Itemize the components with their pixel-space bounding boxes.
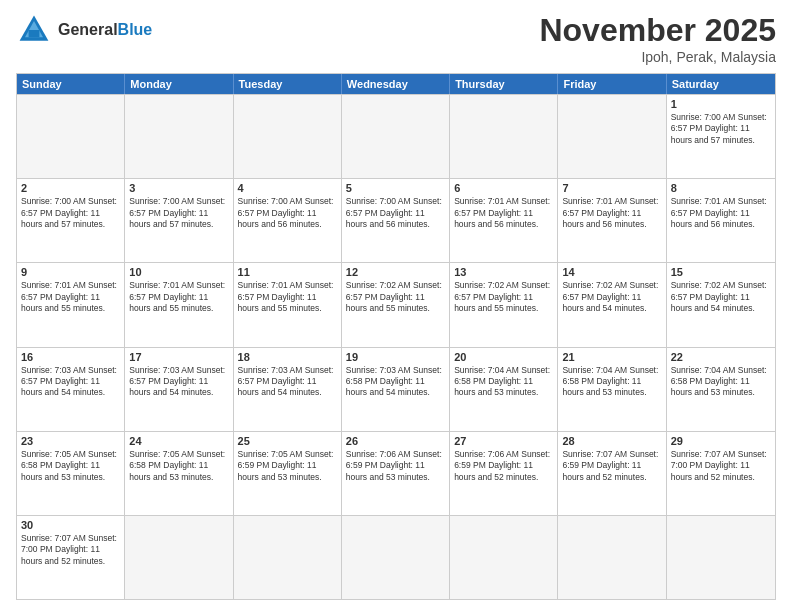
weekday-header: Friday bbox=[558, 74, 666, 94]
calendar-cell: 12Sunrise: 7:02 AM Sunset: 6:57 PM Dayli… bbox=[342, 263, 450, 346]
day-number: 5 bbox=[346, 182, 445, 194]
day-number: 3 bbox=[129, 182, 228, 194]
calendar-cell: 27Sunrise: 7:06 AM Sunset: 6:59 PM Dayli… bbox=[450, 432, 558, 515]
weekday-header: Sunday bbox=[17, 74, 125, 94]
calendar-cell: 24Sunrise: 7:05 AM Sunset: 6:58 PM Dayli… bbox=[125, 432, 233, 515]
logo-text: GeneralBlue bbox=[58, 21, 152, 39]
month-title: November 2025 bbox=[539, 12, 776, 49]
day-number: 8 bbox=[671, 182, 771, 194]
day-number: 11 bbox=[238, 266, 337, 278]
day-number: 7 bbox=[562, 182, 661, 194]
day-content: Sunrise: 7:02 AM Sunset: 6:57 PM Dayligh… bbox=[454, 280, 553, 314]
day-number: 2 bbox=[21, 182, 120, 194]
calendar-cell: 19Sunrise: 7:03 AM Sunset: 6:58 PM Dayli… bbox=[342, 348, 450, 431]
calendar-cell: 26Sunrise: 7:06 AM Sunset: 6:59 PM Dayli… bbox=[342, 432, 450, 515]
day-number: 30 bbox=[21, 519, 120, 531]
calendar-cell: 17Sunrise: 7:03 AM Sunset: 6:57 PM Dayli… bbox=[125, 348, 233, 431]
page: GeneralBlue November 2025 Ipoh, Perak, M… bbox=[0, 0, 792, 612]
day-content: Sunrise: 7:00 AM Sunset: 6:57 PM Dayligh… bbox=[671, 112, 771, 146]
day-content: Sunrise: 7:05 AM Sunset: 6:58 PM Dayligh… bbox=[21, 449, 120, 483]
calendar-cell bbox=[667, 516, 775, 599]
calendar-header: SundayMondayTuesdayWednesdayThursdayFrid… bbox=[17, 74, 775, 94]
day-content: Sunrise: 7:01 AM Sunset: 6:57 PM Dayligh… bbox=[21, 280, 120, 314]
calendar-cell: 20Sunrise: 7:04 AM Sunset: 6:58 PM Dayli… bbox=[450, 348, 558, 431]
day-content: Sunrise: 7:02 AM Sunset: 6:57 PM Dayligh… bbox=[346, 280, 445, 314]
day-content: Sunrise: 7:02 AM Sunset: 6:57 PM Dayligh… bbox=[562, 280, 661, 314]
day-content: Sunrise: 7:03 AM Sunset: 6:57 PM Dayligh… bbox=[129, 365, 228, 399]
day-number: 16 bbox=[21, 351, 120, 363]
day-number: 29 bbox=[671, 435, 771, 447]
calendar-cell: 7Sunrise: 7:01 AM Sunset: 6:57 PM Daylig… bbox=[558, 179, 666, 262]
calendar-cell: 13Sunrise: 7:02 AM Sunset: 6:57 PM Dayli… bbox=[450, 263, 558, 346]
calendar-cell: 23Sunrise: 7:05 AM Sunset: 6:58 PM Dayli… bbox=[17, 432, 125, 515]
location: Ipoh, Perak, Malaysia bbox=[539, 49, 776, 65]
day-number: 17 bbox=[129, 351, 228, 363]
day-content: Sunrise: 7:01 AM Sunset: 6:57 PM Dayligh… bbox=[562, 196, 661, 230]
title-block: November 2025 Ipoh, Perak, Malaysia bbox=[539, 12, 776, 65]
calendar-cell bbox=[17, 95, 125, 178]
day-number: 28 bbox=[562, 435, 661, 447]
calendar-cell: 2Sunrise: 7:00 AM Sunset: 6:57 PM Daylig… bbox=[17, 179, 125, 262]
day-number: 18 bbox=[238, 351, 337, 363]
calendar-cell: 15Sunrise: 7:02 AM Sunset: 6:57 PM Dayli… bbox=[667, 263, 775, 346]
day-number: 10 bbox=[129, 266, 228, 278]
day-number: 23 bbox=[21, 435, 120, 447]
calendar-cell bbox=[558, 95, 666, 178]
day-number: 27 bbox=[454, 435, 553, 447]
calendar-row: 1Sunrise: 7:00 AM Sunset: 6:57 PM Daylig… bbox=[17, 94, 775, 178]
calendar-row: 30Sunrise: 7:07 AM Sunset: 7:00 PM Dayli… bbox=[17, 515, 775, 599]
day-content: Sunrise: 7:06 AM Sunset: 6:59 PM Dayligh… bbox=[454, 449, 553, 483]
day-content: Sunrise: 7:01 AM Sunset: 6:57 PM Dayligh… bbox=[238, 280, 337, 314]
day-number: 12 bbox=[346, 266, 445, 278]
calendar-cell bbox=[342, 95, 450, 178]
day-content: Sunrise: 7:03 AM Sunset: 6:57 PM Dayligh… bbox=[238, 365, 337, 399]
day-number: 1 bbox=[671, 98, 771, 110]
calendar-cell bbox=[342, 516, 450, 599]
day-content: Sunrise: 7:00 AM Sunset: 6:57 PM Dayligh… bbox=[129, 196, 228, 230]
weekday-header: Thursday bbox=[450, 74, 558, 94]
calendar-cell: 11Sunrise: 7:01 AM Sunset: 6:57 PM Dayli… bbox=[234, 263, 342, 346]
svg-rect-2 bbox=[29, 30, 40, 37]
day-content: Sunrise: 7:04 AM Sunset: 6:58 PM Dayligh… bbox=[454, 365, 553, 399]
day-content: Sunrise: 7:04 AM Sunset: 6:58 PM Dayligh… bbox=[562, 365, 661, 399]
day-number: 14 bbox=[562, 266, 661, 278]
calendar-cell: 4Sunrise: 7:00 AM Sunset: 6:57 PM Daylig… bbox=[234, 179, 342, 262]
calendar-cell: 21Sunrise: 7:04 AM Sunset: 6:58 PM Dayli… bbox=[558, 348, 666, 431]
day-number: 26 bbox=[346, 435, 445, 447]
day-number: 13 bbox=[454, 266, 553, 278]
calendar-cell bbox=[234, 516, 342, 599]
calendar-cell bbox=[558, 516, 666, 599]
day-content: Sunrise: 7:00 AM Sunset: 6:57 PM Dayligh… bbox=[238, 196, 337, 230]
calendar-cell: 18Sunrise: 7:03 AM Sunset: 6:57 PM Dayli… bbox=[234, 348, 342, 431]
calendar-cell: 8Sunrise: 7:01 AM Sunset: 6:57 PM Daylig… bbox=[667, 179, 775, 262]
weekday-header: Saturday bbox=[667, 74, 775, 94]
day-content: Sunrise: 7:04 AM Sunset: 6:58 PM Dayligh… bbox=[671, 365, 771, 399]
calendar-cell: 5Sunrise: 7:00 AM Sunset: 6:57 PM Daylig… bbox=[342, 179, 450, 262]
calendar-cell bbox=[450, 516, 558, 599]
calendar-body: 1Sunrise: 7:00 AM Sunset: 6:57 PM Daylig… bbox=[17, 94, 775, 599]
calendar-cell: 22Sunrise: 7:04 AM Sunset: 6:58 PM Dayli… bbox=[667, 348, 775, 431]
day-content: Sunrise: 7:00 AM Sunset: 6:57 PM Dayligh… bbox=[346, 196, 445, 230]
calendar-cell: 14Sunrise: 7:02 AM Sunset: 6:57 PM Dayli… bbox=[558, 263, 666, 346]
day-number: 4 bbox=[238, 182, 337, 194]
day-content: Sunrise: 7:07 AM Sunset: 7:00 PM Dayligh… bbox=[671, 449, 771, 483]
calendar-cell bbox=[125, 516, 233, 599]
calendar-cell: 9Sunrise: 7:01 AM Sunset: 6:57 PM Daylig… bbox=[17, 263, 125, 346]
calendar-cell: 6Sunrise: 7:01 AM Sunset: 6:57 PM Daylig… bbox=[450, 179, 558, 262]
day-number: 25 bbox=[238, 435, 337, 447]
weekday-header: Monday bbox=[125, 74, 233, 94]
day-content: Sunrise: 7:07 AM Sunset: 7:00 PM Dayligh… bbox=[21, 533, 120, 567]
day-content: Sunrise: 7:01 AM Sunset: 6:57 PM Dayligh… bbox=[671, 196, 771, 230]
day-number: 20 bbox=[454, 351, 553, 363]
calendar-cell bbox=[234, 95, 342, 178]
day-content: Sunrise: 7:05 AM Sunset: 6:58 PM Dayligh… bbox=[129, 449, 228, 483]
calendar-cell bbox=[450, 95, 558, 178]
day-number: 22 bbox=[671, 351, 771, 363]
calendar-cell: 29Sunrise: 7:07 AM Sunset: 7:00 PM Dayli… bbox=[667, 432, 775, 515]
calendar-row: 2Sunrise: 7:00 AM Sunset: 6:57 PM Daylig… bbox=[17, 178, 775, 262]
calendar-cell: 25Sunrise: 7:05 AM Sunset: 6:59 PM Dayli… bbox=[234, 432, 342, 515]
calendar-row: 23Sunrise: 7:05 AM Sunset: 6:58 PM Dayli… bbox=[17, 431, 775, 515]
day-number: 24 bbox=[129, 435, 228, 447]
day-content: Sunrise: 7:01 AM Sunset: 6:57 PM Dayligh… bbox=[129, 280, 228, 314]
weekday-header: Wednesday bbox=[342, 74, 450, 94]
